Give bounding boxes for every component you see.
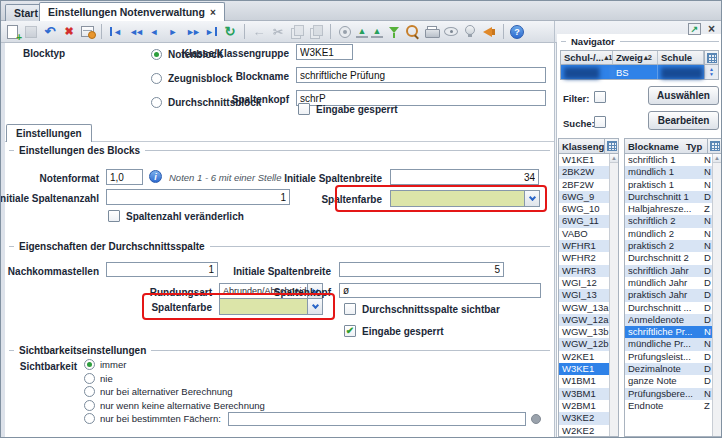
block-item[interactable]: AnmeldenoteD <box>625 314 721 326</box>
avg-spaltenbreite-input[interactable] <box>339 262 504 277</box>
eingabe-gesperrt-label: Eingabe gesperrt <box>316 104 398 115</box>
new-record-icon[interactable] <box>7 25 18 39</box>
bloecke-column-chooser-icon[interactable] <box>707 139 721 153</box>
app-window: Start × Einstellungen Notenverwaltung × … <box>0 0 722 438</box>
import-icon[interactable]: ▲ <box>356 25 368 38</box>
faecher-input[interactable] <box>228 412 526 426</box>
record-count-icon[interactable] <box>337 24 353 40</box>
column-header-zweig[interactable]: Zweig▴2 <box>613 51 658 64</box>
block-item[interactable]: praktisch 2N <box>625 240 721 252</box>
radio-icon[interactable] <box>84 400 95 411</box>
print-icon[interactable] <box>424 24 440 40</box>
block-item[interactable]: EndnoteZ <box>625 400 721 412</box>
spaltenfarbe-block-dropdown-icon[interactable] <box>524 191 539 206</box>
scroll-up-icon[interactable]: ▲ <box>713 154 721 163</box>
spaltenbreite-label: Initiale Spaltenbreite <box>284 173 382 184</box>
undock-panel-icon[interactable]: ↗ <box>688 23 701 35</box>
sichtbarkeit-option[interactable]: nur bei alternativer Berechnung <box>84 385 541 399</box>
block-item[interactable]: praktisch JahrD <box>625 289 721 301</box>
prev-record-icon[interactable]: ◄ <box>146 24 162 40</box>
block-item[interactable]: Prüfungsbere...N <box>625 388 721 400</box>
avg-spaltenkopf-input[interactable] <box>339 283 541 298</box>
suche-checkbox[interactable] <box>594 116 606 128</box>
spaltenfarbe-block-combobox[interactable] <box>390 190 540 207</box>
row-spinner[interactable]: ▲▼ <box>704 65 718 79</box>
durchschnittsspalte-sichtbar-checkbox[interactable] <box>344 303 356 315</box>
avg-eingabe-gesperrt-checkbox[interactable] <box>344 325 356 337</box>
column-header-schule[interactable]: Schule <box>658 51 704 64</box>
radio-icon[interactable] <box>151 49 162 60</box>
scroll-up-icon[interactable]: ▲ <box>610 154 618 163</box>
radio-icon[interactable] <box>84 413 95 424</box>
block-item[interactable]: mündlich 2N <box>625 228 721 240</box>
delete-record-icon[interactable]: ✖ <box>61 24 77 40</box>
column-chooser-icon[interactable] <box>704 51 718 64</box>
block-item[interactable]: mündlich JahrD <box>625 277 721 289</box>
fast-prev-icon[interactable]: ◄◄ <box>127 24 143 40</box>
refresh-icon[interactable]: ↻ <box>222 24 238 40</box>
edit-form-icon[interactable] <box>81 26 94 37</box>
undo-icon[interactable]: ↶ <box>42 24 58 40</box>
tab-einstellungen-inner[interactable]: Einstellungen <box>6 124 92 142</box>
block-item[interactable]: Prüfungsleist...D <box>625 351 721 363</box>
column-header-schulart[interactable]: Schul-/...▴1 <box>561 51 613 64</box>
help-icon[interactable]: ? <box>510 25 524 39</box>
spaltenzahl-veraenderlich-checkbox[interactable] <box>108 210 120 222</box>
sichtbarkeit-option[interactable]: nie <box>84 372 541 386</box>
block-item[interactable]: schriftlich JahrD <box>625 265 721 277</box>
klassengruppen-column-chooser-icon[interactable] <box>604 139 618 153</box>
view-icon[interactable] <box>443 24 459 40</box>
block-item[interactable]: mündliche Pr...N <box>625 338 721 350</box>
radio-icon[interactable] <box>151 73 162 84</box>
klassengruppe-column-header[interactable]: Klassengru... <box>559 141 604 152</box>
klasse-input[interactable] <box>296 44 353 60</box>
blockname-input[interactable] <box>296 67 546 83</box>
block-item[interactable]: mündlich 1N <box>625 166 721 178</box>
spaltenfarbe-avg-combobox[interactable] <box>219 298 323 315</box>
bearbeiten-button[interactable]: Bearbeiten <box>648 111 719 130</box>
block-item[interactable]: schriftlich 1N <box>625 154 721 166</box>
tab-einstellungen-close-icon[interactable]: × <box>210 7 216 18</box>
export-icon[interactable]: ▲ <box>371 25 383 38</box>
spaltenfarbe-avg-dropdown-icon[interactable] <box>307 299 322 314</box>
radio-icon[interactable] <box>84 386 95 397</box>
nachkommastellen-input[interactable] <box>106 262 218 277</box>
notenformat-input[interactable] <box>106 169 143 185</box>
block-item[interactable]: Durchschnitt 2D <box>625 252 721 264</box>
tab-einstellungen-notenverwaltung[interactable]: Einstellungen Notenverwaltung × <box>39 2 225 21</box>
radio-icon[interactable] <box>84 359 95 370</box>
radio-icon[interactable] <box>84 373 95 384</box>
sichtbarkeit-option-label: nur wenn keine alternative Berechnung <box>100 400 265 411</box>
block-item[interactable]: schriftliche Pr...N <box>625 326 721 338</box>
first-record-icon[interactable]: ◄ <box>108 24 124 40</box>
close-panel-icon[interactable]: × <box>708 23 715 35</box>
bloecke-scrollbar[interactable]: ▲ <box>712 154 721 436</box>
block-item[interactable]: DezimalnoteD <box>625 363 721 375</box>
hint-icon[interactable] <box>462 24 478 40</box>
block-item[interactable]: schriftlich 2N <box>625 215 721 227</box>
block-item[interactable]: praktisch 1N <box>625 179 721 191</box>
sichtbarkeit-option[interactable]: immer <box>84 358 541 372</box>
search-icon[interactable] <box>405 24 421 40</box>
radio-icon[interactable] <box>151 97 162 108</box>
block-item[interactable]: ganze NoteD <box>625 375 721 387</box>
filter-icon[interactable] <box>386 24 402 40</box>
sichtbarkeit-option[interactable]: nur bei bestimmten Fächern: <box>84 412 541 426</box>
block-item[interactable]: Halbjahresze...Z <box>625 203 721 215</box>
next-record-icon[interactable]: ► <box>165 24 181 40</box>
auswaehlen-button[interactable]: Auswählen <box>648 86 719 105</box>
sichtbarkeit-option[interactable]: nur wenn keine alternative Berechnung <box>84 399 541 413</box>
blockname-column-header[interactable]: Blockname <box>625 141 685 152</box>
spaltenbreite-input[interactable] <box>390 169 539 185</box>
eingabe-gesperrt-checkbox[interactable] <box>298 103 310 115</box>
filter-checkbox[interactable] <box>594 91 606 103</box>
block-item[interactable]: Durchschnitt ...D <box>625 302 721 314</box>
typ-column-header[interactable]: Typ <box>685 141 707 152</box>
spaltenanzahl-input[interactable] <box>106 189 290 205</box>
block-item[interactable]: Durchschnitt 1D <box>625 191 721 203</box>
navigator-table-row[interactable]: ██████ BS ████████ ▲▼ <box>561 65 718 79</box>
fast-next-icon[interactable]: ►► <box>184 24 200 40</box>
megaphone-icon[interactable] <box>481 24 497 40</box>
klassengruppen-scrollbar[interactable]: ▲ <box>609 154 618 436</box>
last-record-icon[interactable]: ► <box>203 24 219 40</box>
